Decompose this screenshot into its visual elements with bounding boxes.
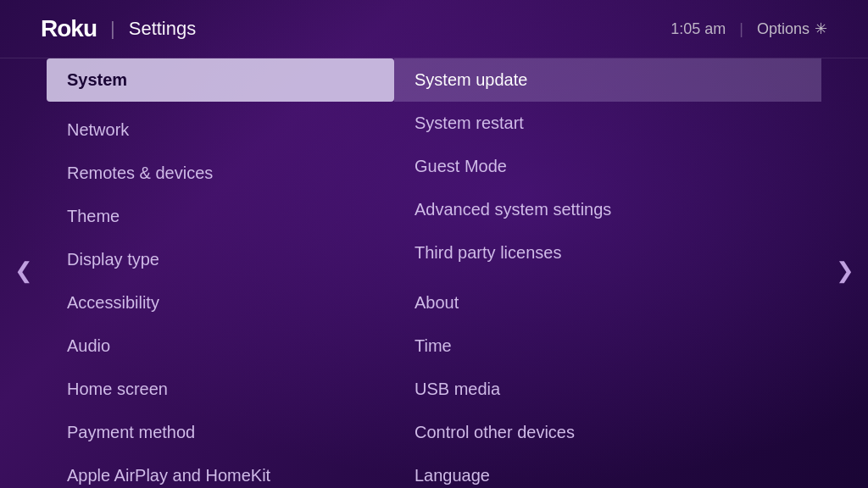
right-item-label: Control other devices bbox=[415, 423, 575, 441]
roku-logo: Roku bbox=[41, 15, 97, 42]
right-item-time[interactable]: Time bbox=[394, 324, 821, 368]
sidebar-item-label: Display type bbox=[67, 250, 159, 269]
header-divider: | bbox=[110, 18, 115, 40]
right-item-usb-media[interactable]: USB media bbox=[394, 368, 821, 411]
sidebar-item-audio[interactable]: Audio bbox=[47, 324, 394, 368]
sidebar-item-theme[interactable]: Theme bbox=[47, 195, 394, 238]
sidebar-item-system[interactable]: System bbox=[47, 58, 394, 102]
sidebar-item-network[interactable]: Network bbox=[47, 108, 394, 152]
main-content: ❮ System Network Remotes & devices Theme… bbox=[0, 58, 868, 482]
right-item-system-restart[interactable]: System restart bbox=[394, 102, 821, 145]
chevron-left-icon: ❮ bbox=[14, 258, 33, 284]
right-item-label: Time bbox=[415, 336, 452, 355]
options-button[interactable]: Options ✳ bbox=[757, 19, 827, 38]
right-item-label: About bbox=[415, 293, 459, 312]
right-item-language[interactable]: Language bbox=[394, 454, 821, 488]
sidebar-item-label: Home screen bbox=[67, 380, 168, 398]
sidebar-item-label: Payment method bbox=[67, 423, 195, 441]
chevron-right-icon: ❯ bbox=[836, 258, 854, 284]
right-item-control-devices[interactable]: Control other devices bbox=[394, 411, 821, 454]
right-item-label: Third party licenses bbox=[415, 243, 561, 262]
asterisk-icon: ✳ bbox=[815, 19, 827, 38]
sidebar-item-home-screen[interactable]: Home screen bbox=[47, 368, 394, 411]
header-right: 1:05 am | Options ✳ bbox=[670, 19, 827, 38]
sidebar-item-display-type[interactable]: Display type bbox=[47, 238, 394, 281]
sidebar-item-payment-method[interactable]: Payment method bbox=[47, 411, 394, 454]
header-left: Roku | Settings bbox=[41, 15, 196, 42]
right-item-advanced-settings[interactable]: Advanced system settings bbox=[394, 188, 821, 231]
right-nav-arrow[interactable]: ❯ bbox=[821, 58, 868, 482]
sidebar-item-accessibility[interactable]: Accessibility bbox=[47, 281, 394, 324]
right-item-label: System update bbox=[415, 70, 527, 89]
right-item-label: Advanced system settings bbox=[415, 200, 611, 219]
sidebar-item-label: Network bbox=[67, 120, 129, 139]
right-item-label: USB media bbox=[415, 380, 500, 398]
sidebar-item-label: Theme bbox=[67, 207, 120, 225]
header-pipe: | bbox=[739, 20, 743, 38]
left-menu-panel: System Network Remotes & devices Theme D… bbox=[47, 58, 394, 482]
right-item-guest-mode[interactable]: Guest Mode bbox=[394, 145, 821, 188]
sidebar-item-remotes[interactable]: Remotes & devices bbox=[47, 152, 394, 195]
right-item-label: Language bbox=[415, 466, 490, 485]
right-item-label: System restart bbox=[415, 114, 524, 132]
page-title: Settings bbox=[129, 18, 197, 40]
right-item-third-party-licenses[interactable]: Third party licenses bbox=[394, 231, 821, 274]
clock: 1:05 am bbox=[670, 20, 726, 38]
sidebar-item-label: Accessibility bbox=[67, 293, 159, 312]
sidebar-item-label: Apple AirPlay and HomeKit bbox=[67, 466, 270, 485]
right-menu-panel: System update System restart Guest Mode … bbox=[394, 58, 821, 482]
sidebar-item-airplay[interactable]: Apple AirPlay and HomeKit bbox=[47, 454, 394, 488]
sidebar-item-label: Audio bbox=[67, 336, 110, 355]
right-item-system-update[interactable]: System update bbox=[394, 58, 821, 102]
options-label: Options bbox=[757, 20, 810, 38]
header: Roku | Settings 1:05 am | Options ✳ bbox=[0, 0, 868, 58]
sidebar-item-label: Remotes & devices bbox=[67, 164, 213, 182]
right-item-about[interactable]: About bbox=[394, 281, 821, 324]
right-item-label: Guest Mode bbox=[415, 157, 507, 175]
left-nav-arrow[interactable]: ❮ bbox=[0, 58, 47, 482]
sidebar-item-label: System bbox=[67, 70, 127, 89]
